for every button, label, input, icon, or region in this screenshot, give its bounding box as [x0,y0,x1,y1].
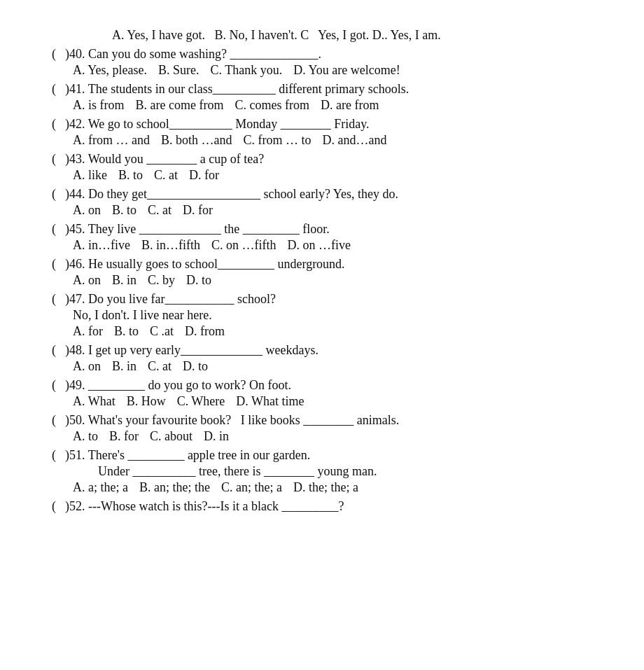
question-text-43: )43. Would you ________ a cup of tea? [59,152,264,167]
answer-49-b: B. How [127,394,166,409]
answer-45-b: B. in…fifth [141,238,200,253]
answer-row-44: A. on B. to C. at D. for [73,203,602,218]
answer-46-d: D. to [186,273,211,288]
question-row-51: ( )51. There's _________ apple tree in o… [42,448,602,463]
paren-left-42: ( [42,117,56,132]
answer-42-d: D. and…and [322,133,386,148]
answer-46-a: A. on [73,273,101,288]
answer-42-c: C. from … to [243,133,311,148]
question-text-46: )46. He usually goes to school_________ … [59,257,345,272]
answer-47-b: B. to [114,324,139,339]
answer-41-c: C. comes from [234,98,309,113]
question-text-51: )51. There's _________ apple tree in our… [59,448,310,463]
question-text-52: )52. ---Whose watch is this?---Is it a b… [59,499,344,514]
question-text-47: )47. Do you live far___________ school? [59,292,276,307]
question-row-40: ( )40. Can you do some washing? ________… [42,47,602,62]
paren-left-40: ( [42,47,56,62]
top-answer-text: A. Yes, I have got. B. No, I haven't. C … [112,28,441,42]
question-row-43: ( )43. Would you ________ a cup of tea? [42,152,602,167]
answer-49-c: C. Where [177,394,225,409]
answer-row-40: A. Yes, please. B. Sure. C. Thank you. D… [73,63,602,78]
paren-left-46: ( [42,257,56,272]
answer-row-41: A. is from B. are come from C. comes fro… [73,98,602,113]
answer-44-c: C. at [148,203,172,218]
answer-row-47: A. for B. to C .at D. from [73,324,602,339]
answer-42-a: A. from … and [73,133,150,148]
question-block-47: ( )47. Do you live far___________ school… [42,292,602,339]
answer-40-a: A. Yes, please. [73,63,147,78]
answer-51-c: C. an; the; a [221,480,282,495]
question-row-46: ( )46. He usually goes to school________… [42,257,602,272]
answer-51-b: B. an; the; the [139,480,210,495]
answer-41-a: A. is from [73,98,125,113]
question-text-42: )42. We go to school__________ Monday __… [59,117,370,132]
paren-left-44: ( [42,187,56,202]
question-block-41: ( )41. The students in our class________… [42,82,602,113]
question-row-45: ( )45. They live _____________ the _____… [42,222,602,237]
answer-40-d: D. You are welcome! [293,63,400,78]
paren-left-47: ( [42,292,56,307]
paren-left-50: ( [42,413,56,428]
paren-left-41: ( [42,82,56,97]
question-text-49: )49. _________ do you go to work? On foo… [59,378,291,393]
answer-44-d: D. for [183,203,213,218]
question-block-44: ( )44. Do they get__________________ sch… [42,187,602,218]
question-row-48: ( )48. I get up very early_____________ … [42,343,602,358]
question-text-40: )40. Can you do some washing? __________… [59,47,321,62]
question-block-50: ( )50. What's your favourite book? I lik… [42,413,602,444]
answer-50-b: B. for [109,429,139,444]
answer-48-d: D. to [183,359,208,374]
answer-49-d: D. What time [236,394,304,409]
answer-46-c: C. by [148,273,175,288]
answer-47-a: A. for [73,324,103,339]
answer-42-b: B. both …and [161,133,232,148]
answer-row-50: A. to B. for C. about D. in [73,429,602,444]
answer-48-b: B. in [112,359,136,374]
question-block-42: ( )42. We go to school__________ Monday … [42,117,602,148]
answer-50-a: A. to [73,429,98,444]
subtext-51: Under __________ tree, there is ________… [98,464,602,479]
paren-left-49: ( [42,378,56,393]
answer-51-a: A. a; the; a [73,480,128,495]
answer-48-a: A. on [73,359,101,374]
paren-left-43: ( [42,152,56,167]
question-row-47: ( )47. Do you live far___________ school… [42,292,602,307]
paren-left-45: ( [42,222,56,237]
question-row-52: ( )52. ---Whose watch is this?---Is it a… [42,499,602,514]
answer-row-49: A. What B. How C. Where D. What time [73,394,602,409]
paren-left-51: ( [42,448,56,463]
question-text-48: )48. I get up very early_____________ we… [59,343,318,358]
answer-47-c: C .at [150,324,174,339]
answer-43-b: B. to [118,168,143,183]
question-row-42: ( )42. We go to school__________ Monday … [42,117,602,132]
question-text-44: )44. Do they get__________________ schoo… [59,187,398,202]
question-row-50: ( )50. What's your favourite book? I lik… [42,413,602,428]
quiz-container: A. Yes, I have got. B. No, I haven't. C … [42,28,602,514]
question-row-49: ( )49. _________ do you go to work? On f… [42,378,602,393]
answer-row-43: A. like B. to C. at D. for [73,168,602,183]
answer-row-48: A. on B. in C. at D. to [73,359,602,374]
answer-43-c: C. at [154,168,178,183]
answer-40-c: C. Thank you. [211,63,283,78]
answer-45-c: C. on …fifth [211,238,276,253]
answer-51-d: D. the; the; a [293,480,358,495]
answer-43-d: D. for [189,168,219,183]
question-block-49: ( )49. _________ do you go to work? On f… [42,378,602,409]
question-block-52: ( )52. ---Whose watch is this?---Is it a… [42,499,602,514]
question-text-45: )45. They live _____________ the _______… [59,222,330,237]
answer-row-46: A. on B. in C. by D. to [73,273,602,288]
answer-48-c: C. at [148,359,172,374]
answer-41-b: B. are come from [136,98,224,113]
question-row-41: ( )41. The students in our class________… [42,82,602,97]
question-text-50: )50. What's your favourite book? I like … [59,413,399,428]
answer-45-a: A. in…five [73,238,130,253]
answer-43-a: A. like [73,168,107,183]
answer-49-a: A. What [73,394,115,409]
answer-50-d: D. in [204,429,229,444]
question-block-40: ( )40. Can you do some washing? ________… [42,47,602,78]
question-block-51: ( )51. There's _________ apple tree in o… [42,448,602,495]
answer-40-b: B. Sure. [158,63,200,78]
question-block-46: ( )46. He usually goes to school________… [42,257,602,288]
top-answer-row: A. Yes, I have got. B. No, I haven't. C … [112,28,602,43]
answer-row-51: A. a; the; a B. an; the; the C. an; the;… [73,480,602,495]
